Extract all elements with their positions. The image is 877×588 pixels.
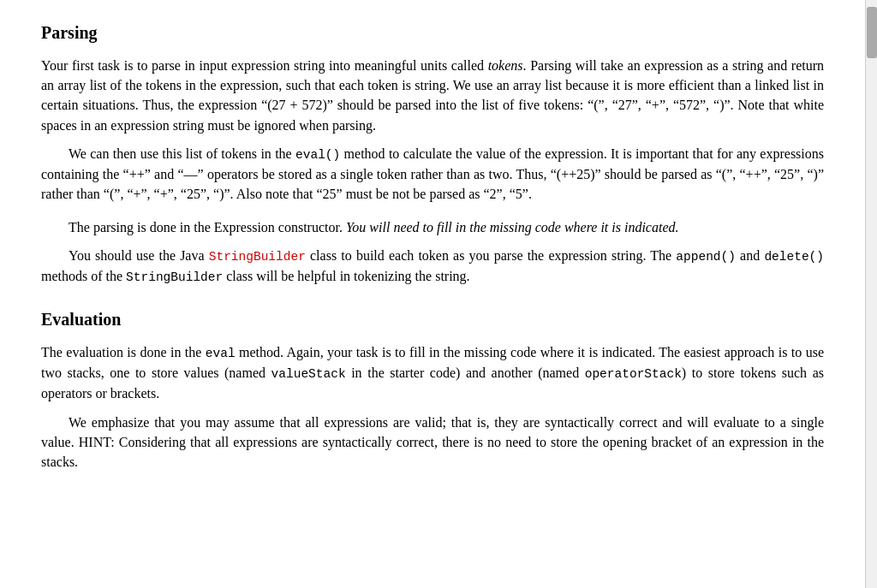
text-span: in the starter code) and another (named (346, 365, 585, 380)
code-span: append() (676, 250, 736, 264)
text-span: The parsing is done in the Expression co… (69, 220, 346, 235)
code-colored-span: StringBuilder (209, 250, 306, 264)
text-span: class to build each token as you parse t… (306, 248, 676, 263)
scrollbar-thumb[interactable] (867, 7, 877, 58)
main-content: ParsingYour first task is to parse in in… (0, 0, 865, 588)
code-span: eval (206, 347, 236, 360)
paragraph-parsing-1: We can then use this list of tokens in t… (41, 144, 824, 204)
text-span: class will be helpful in tokenizing the … (223, 269, 469, 283)
paragraph-parsing-3: You should use the Java StringBuilder cl… (41, 246, 824, 287)
text-span: methods of the (41, 269, 126, 283)
text-span: Your first task is to parse in input exp… (41, 58, 488, 73)
paragraph-parsing-0: Your first task is to parse in input exp… (41, 56, 824, 135)
scrollbar[interactable] (865, 0, 877, 588)
code-span: StringBuilder (126, 270, 223, 284)
code-span: operatorStack (585, 367, 682, 381)
code-span: eval() (295, 148, 340, 162)
paragraph-evaluation-0: The evaluation is done in the eval metho… (41, 342, 824, 403)
paragraph-parsing-2: The parsing is done in the Expression co… (41, 217, 824, 237)
code-span: valueStack (271, 367, 346, 381)
text-span: and (736, 248, 764, 263)
paragraph-evaluation-1: We emphasize that you may assume that al… (41, 413, 824, 472)
italic-span: tokens (488, 58, 523, 73)
section-heading-parsing: Parsing (41, 21, 824, 45)
section-heading-evaluation: Evaluation (41, 307, 824, 332)
text-span: We emphasize that you may assume that al… (41, 415, 824, 469)
text-span: You should use the Java (69, 248, 209, 263)
code-span: delete() (764, 250, 824, 264)
text-span: The evaluation is done in the (41, 345, 206, 359)
text-span: We can then use this list of tokens in t… (69, 146, 295, 161)
italic-span: You will need to fill in the missing cod… (346, 220, 679, 235)
